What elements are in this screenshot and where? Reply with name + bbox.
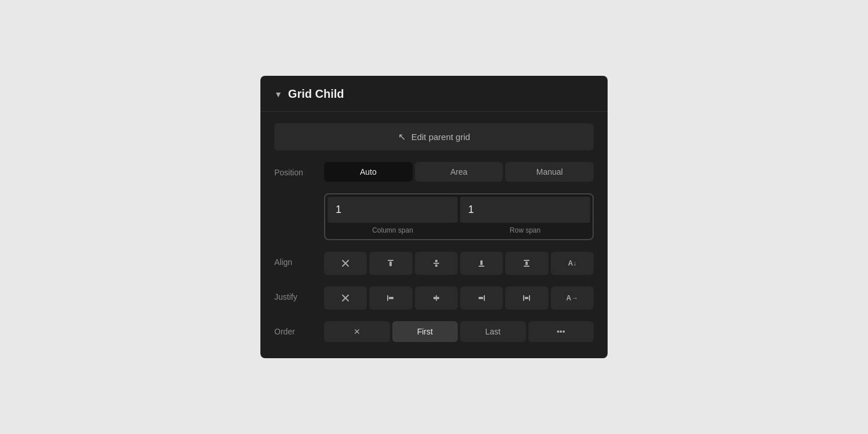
svg-rect-15 [389, 297, 393, 299]
position-row: Position Auto Area Manual [274, 162, 594, 182]
svg-rect-6 [435, 264, 437, 267]
align-baseline-icon: A↓ [568, 259, 576, 267]
svg-rect-23 [525, 297, 528, 299]
collapse-icon[interactable]: ▼ [274, 90, 282, 99]
arrow-up-left-icon: ↖ [398, 131, 406, 142]
svg-rect-4 [433, 263, 439, 264]
svg-rect-11 [525, 262, 528, 265]
grid-child-panel: ▼ Grid Child ↖ Edit parent grid Position… [260, 76, 608, 358]
align-stretch-button[interactable] [505, 252, 548, 275]
svg-rect-10 [524, 266, 529, 267]
span-container: Column span Row span [324, 193, 594, 240]
justify-btn-group: A→ [324, 286, 594, 310]
align-btn-group: A↓ [324, 252, 594, 275]
order-clear-button[interactable]: ✕ [324, 321, 390, 342]
align-stretch-icon [522, 259, 531, 268]
align-clear-button[interactable] [324, 252, 367, 275]
x-icon [341, 294, 350, 302]
align-center-button[interactable] [415, 252, 458, 275]
svg-rect-5 [435, 260, 437, 262]
order-more-button[interactable]: ••• [528, 321, 594, 342]
svg-rect-18 [437, 297, 439, 299]
column-span-input[interactable] [328, 197, 458, 223]
align-start-icon [386, 259, 395, 268]
order-last-button[interactable]: Last [460, 321, 526, 342]
panel-title: Grid Child [288, 87, 344, 101]
justify-clear-button[interactable] [324, 286, 367, 310]
edit-parent-grid-button[interactable]: ↖ Edit parent grid [274, 123, 594, 150]
align-center-icon [432, 259, 441, 268]
span-spacer [274, 193, 316, 199]
order-first-button[interactable]: First [392, 321, 458, 342]
align-end-icon [477, 259, 486, 268]
panel-body: ↖ Edit parent grid Position Auto Area Ma… [260, 112, 608, 342]
justify-center-icon [432, 293, 441, 303]
position-tab-manual[interactable]: Manual [505, 162, 594, 182]
align-start-button[interactable] [369, 252, 412, 275]
svg-rect-7 [479, 266, 484, 267]
align-end-button[interactable] [460, 252, 503, 275]
span-row: Column span Row span [274, 193, 594, 240]
svg-rect-3 [389, 262, 392, 266]
position-tab-area[interactable]: Area [415, 162, 503, 182]
svg-rect-2 [388, 260, 393, 261]
svg-rect-8 [480, 260, 483, 265]
justify-start-button[interactable] [369, 286, 412, 310]
svg-rect-16 [436, 295, 437, 301]
justify-stretch-icon [522, 293, 531, 303]
justify-row: Justify [274, 286, 594, 310]
edit-parent-grid-label: Edit parent grid [411, 132, 470, 142]
align-row: Align [274, 252, 594, 275]
order-label: Order [274, 321, 316, 336]
justify-label: Justify [274, 286, 316, 301]
svg-rect-19 [484, 295, 485, 301]
x-icon [341, 259, 350, 267]
justify-end-button[interactable] [460, 286, 503, 310]
align-baseline-button[interactable]: A↓ [551, 252, 594, 275]
justify-center-button[interactable] [415, 286, 458, 310]
order-btn-group: ✕ First Last ••• [324, 321, 594, 342]
row-span-label: Row span [460, 223, 590, 237]
justify-baseline-icon: A→ [566, 294, 578, 302]
svg-rect-20 [479, 297, 483, 299]
svg-rect-17 [433, 297, 436, 299]
row-span-wrap: Row span [460, 197, 590, 237]
span-inputs: Column span Row span [328, 197, 590, 237]
order-row: Order ✕ First Last ••• [274, 321, 594, 342]
justify-end-icon [477, 293, 486, 303]
panel-header: ▼ Grid Child [260, 76, 608, 112]
svg-rect-21 [523, 295, 524, 301]
position-label: Position [274, 162, 316, 177]
justify-baseline-button[interactable]: A→ [551, 286, 594, 310]
row-span-input[interactable] [460, 197, 590, 223]
align-label: Align [274, 252, 316, 267]
svg-rect-9 [524, 260, 529, 261]
column-span-label: Column span [328, 223, 458, 237]
justify-start-icon [386, 293, 395, 303]
svg-rect-22 [529, 295, 530, 301]
column-span-wrap: Column span [328, 197, 458, 237]
position-tab-group: Auto Area Manual [324, 162, 594, 182]
justify-stretch-button[interactable] [505, 286, 548, 310]
svg-rect-14 [387, 295, 388, 301]
position-tab-auto[interactable]: Auto [324, 162, 413, 182]
